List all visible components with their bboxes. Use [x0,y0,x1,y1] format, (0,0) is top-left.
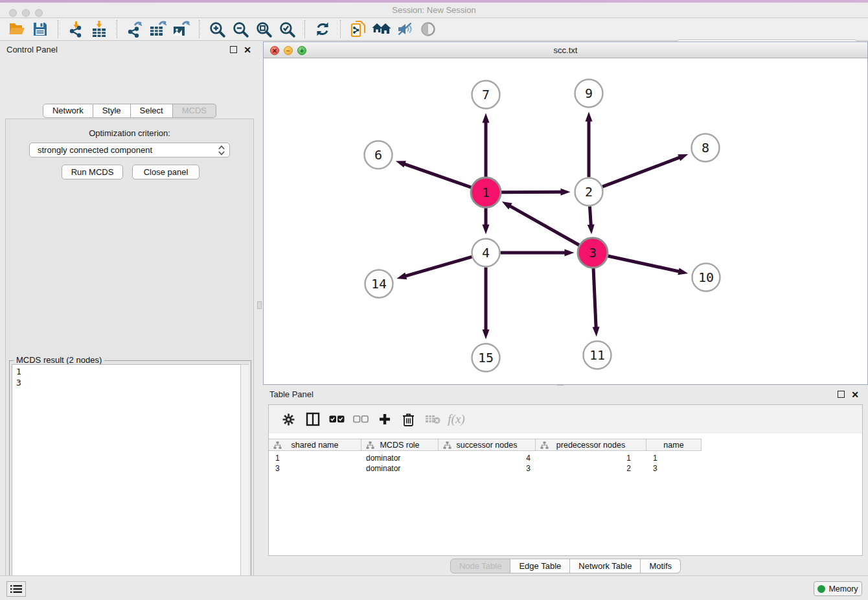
cell-successor-nodes[interactable]: 4 [439,453,536,463]
cell-shared-name[interactable]: 3 [269,463,361,474]
cell-predecessor-nodes[interactable]: 1 [536,453,646,463]
cell-predecessor-nodes[interactable]: 2 [536,463,646,474]
close-panel-icon[interactable]: ✕ [244,44,251,56]
toolbar-separator [304,20,305,38]
zoom-fit-icon[interactable] [252,19,275,40]
graph-node-label: 4 [482,245,490,260]
app-title: Session: New Session [0,3,868,18]
zoom-out-icon[interactable] [229,19,252,40]
mcds-result-title: MCDS result (2 nodes) [14,355,104,365]
tab-mcds[interactable]: MCDS [173,104,216,118]
memory-button[interactable]: Memory [814,581,862,596]
column-header-successor-nodes[interactable]: successor nodes [439,439,536,451]
tab-network[interactable]: Network [43,104,93,118]
graph-edge-2-3[interactable] [589,206,591,227]
network-canvas[interactable]: 1234678910111415 [263,58,868,385]
close-table-panel-icon[interactable]: ✕ [851,389,859,400]
status-bar: Memory [0,575,868,600]
tab-motifs[interactable]: Motifs [641,559,681,573]
run-mcds-button[interactable]: Run MCDS [62,165,123,179]
graph-node-label: 10 [698,270,714,285]
graph-edge-arrowhead [593,327,600,336]
column-header-name[interactable]: name [646,439,702,451]
control-panel-tabs: Network Style Select MCDS [0,104,259,118]
table-row[interactable]: 1 dominator 4 1 1 [269,453,702,463]
main-toolbar [0,18,868,41]
tab-node-table[interactable]: Node Table [450,559,511,573]
network-graph[interactable]: 1234678910111415 [264,58,867,384]
mcds-result-text[interactable]: 1 3 [12,364,249,600]
select-all-icon[interactable] [325,410,348,429]
cell-mcds-role[interactable]: dominator [361,463,439,474]
delete-row-icon[interactable] [396,410,420,429]
graph-node-label: 15 [478,350,494,365]
show-hidden-icon[interactable] [417,19,440,40]
add-row-icon[interactable] [372,410,396,429]
criterion-select[interactable]: strongly connected component [29,143,230,157]
graph-edge-3-10[interactable] [607,256,681,272]
table-tabs: Node Table Edge Table Network Table Moti… [263,559,868,574]
graph-edge-1-2[interactable] [500,192,563,192]
column-header-shared-name[interactable]: shared name [269,439,361,451]
zoom-selected-icon[interactable] [275,19,299,40]
graph-edge-3-11[interactable] [593,267,596,329]
graph-edge-1-6[interactable] [402,163,472,188]
task-history-button[interactable] [6,581,26,597]
graph-edge-2-8[interactable] [602,157,681,187]
graph-node-label: 8 [702,140,709,156]
show-columns-icon[interactable] [301,410,325,429]
settings-gear-icon[interactable] [277,410,301,429]
table-header-row: shared name MCDS role successor nodes pr… [269,439,702,451]
graph-node-label: 6 [374,147,382,163]
cell-successor-nodes[interactable]: 3 [439,463,536,474]
list-icon [10,584,22,594]
float-table-panel-icon[interactable] [838,391,845,398]
export-network-icon[interactable] [123,19,146,40]
graph-edge-arrowhead [483,113,490,123]
clone-network-icon[interactable] [347,19,370,40]
import-network-icon[interactable] [64,19,87,40]
function-builder-icon[interactable]: f(x) [444,410,468,429]
tab-style[interactable]: Style [93,104,131,118]
first-neighbors-icon[interactable] [370,19,393,40]
graph-node-label: 7 [482,87,490,102]
tab-edge-table[interactable]: Edge Table [510,559,570,573]
refresh-icon[interactable] [311,19,334,40]
graph-edge-4-14[interactable] [404,257,472,277]
graph-edge-arrowhead [560,189,570,196]
table-row[interactable]: 3 dominator 3 2 3 [269,463,702,474]
export-table-icon[interactable] [146,19,170,40]
zoom-in-icon[interactable] [205,19,229,40]
cell-name[interactable]: 1 [646,453,702,463]
import-table-icon[interactable] [87,19,111,40]
graph-edge-arrowhead [396,273,407,280]
control-panel: Control Panel ✕ Network Style Select MCD… [0,41,259,574]
close-panel-button[interactable]: Close panel [132,165,200,179]
tab-network-table[interactable]: Network Table [570,559,641,573]
column-header-mcds-role[interactable]: MCDS role [361,439,439,451]
mcds-panel: Optimization criterion: strongly connect… [5,119,254,600]
network-window-titlebar[interactable]: ✕ − + scc.txt [263,41,868,58]
graph-node-label: 14 [371,276,387,292]
result-scrollbar[interactable] [240,364,249,600]
export-image-icon[interactable] [170,19,193,40]
graph-edge-arrowhead [483,330,490,340]
column-header-predecessor-nodes[interactable]: predecessor nodes [536,439,646,451]
deselect-all-icon[interactable] [348,410,372,429]
toolbar-separator [58,20,58,38]
open-session-icon[interactable] [5,19,29,40]
save-session-icon[interactable] [29,19,52,40]
cell-shared-name[interactable]: 1 [269,453,361,463]
table-panel: Table Panel ✕ [263,386,868,574]
hide-selected-icon[interactable] [393,19,417,40]
graph-edge-3-1[interactable] [508,205,580,246]
cell-mcds-role[interactable]: dominator [361,453,439,463]
cell-name[interactable]: 3 [646,463,702,474]
select-stepper-icon [218,144,225,156]
mcds-result-group: MCDS result (2 nodes) 1 3 [9,360,251,600]
vertical-split-handle[interactable] [257,301,262,309]
delete-table-icon[interactable] [420,410,444,429]
tab-select[interactable]: Select [131,104,173,118]
float-panel-icon[interactable] [230,46,237,53]
memory-label: Memory [828,584,858,594]
